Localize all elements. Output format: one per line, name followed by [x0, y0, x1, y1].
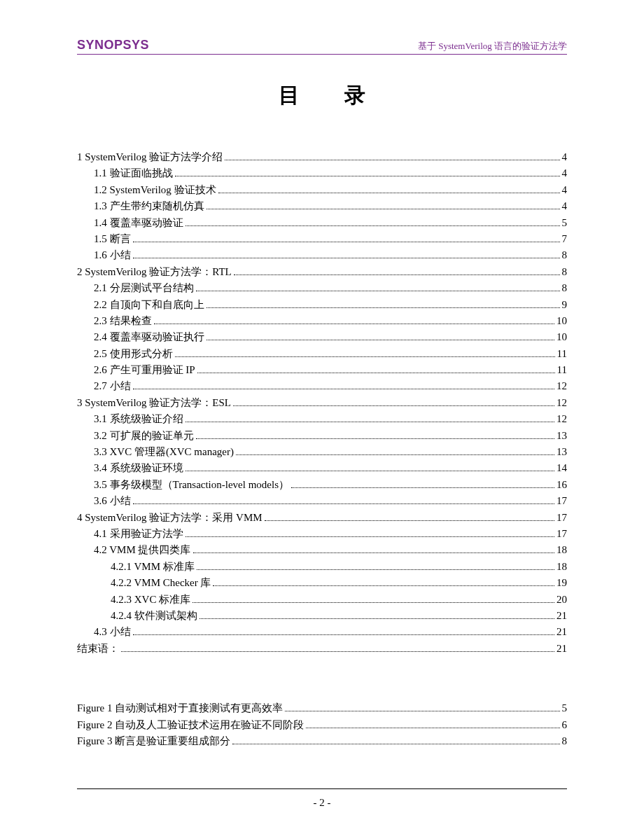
toc-entry-label: 3.5 事务级模型（Transaction-level models） [94, 477, 289, 493]
toc-entry: 2.1 分层测试平台结构 8 [77, 280, 567, 296]
toc-entry: 4.2.2 VMM Checker 库 19 [77, 575, 567, 591]
leader-dots [196, 291, 560, 291]
leader-dots [200, 618, 554, 619]
toc-entry: 4.2.3 XVC 标准库 20 [77, 592, 567, 608]
toc-entry-label: 4.2.1 VMM 标准库 [111, 559, 195, 575]
toc-entry: 1.3 产生带约束随机仿真 4 [77, 198, 567, 214]
toc-entry: 2 SystemVerilog 验证方法学：RTL 8 [77, 264, 567, 280]
toc-entry-page: 18 [556, 559, 567, 575]
toc-entry-page: 21 [556, 608, 567, 624]
toc-entry-label: 3.4 系统级验证环境 [94, 460, 183, 476]
toc-entry-page: 18 [556, 542, 567, 558]
leader-dots [121, 651, 554, 652]
leader-dots [133, 389, 555, 389]
leader-dots [133, 258, 560, 258]
toc-entry: 结束语： 21 [77, 641, 567, 657]
toc-entry-page: 14 [556, 460, 567, 476]
brand-logo: SYNOPSYS [77, 38, 149, 53]
toc-entry-label: 3 SystemVerilog 验证方法学：ESL [77, 395, 231, 411]
toc-entry-label: 1.4 覆盖率驱动验证 [94, 215, 183, 231]
toc-entry: 1.1 验证面临挑战 4 [77, 165, 567, 181]
toc-entry-label: 3.1 系统级验证介绍 [94, 411, 183, 427]
toc-entry: 1.4 覆盖率驱动验证 5 [77, 215, 567, 231]
toc-entry: 2.5 使用形式分析 11 [77, 346, 567, 362]
leader-dots [233, 405, 554, 406]
toc-entry-page: 13 [556, 444, 567, 460]
toc-entry: 3.1 系统级验证介绍 12 [77, 411, 567, 427]
toc-entry-label: 结束语： [77, 641, 119, 657]
toc-entry-label: 4.2.3 XVC 标准库 [111, 592, 190, 608]
toc-entry: 3 SystemVerilog 验证方法学：ESL 12 [77, 395, 567, 411]
leader-dots [285, 711, 559, 711]
toc-entry-label: 2.1 分层测试平台结构 [94, 280, 194, 296]
toc-entry-page: 10 [556, 329, 567, 345]
leader-dots [213, 585, 554, 586]
toc-entry-label: 4 SystemVerilog 验证方法学：采用 VMM [77, 510, 262, 526]
toc-entry-page: 17 [556, 526, 567, 542]
toc-entry-page: 8 [562, 247, 568, 263]
leader-dots [192, 602, 554, 603]
leader-dots [186, 225, 560, 226]
toc-entry: 4.2 VMM 提供四类库18 [77, 542, 567, 558]
toc-entry-page: 17 [556, 493, 567, 509]
leader-dots [306, 728, 559, 728]
toc-entry-label: 1.3 产生带约束随机仿真 [94, 198, 204, 214]
toc-entry-page: 12 [556, 378, 567, 394]
leader-dots [186, 422, 555, 422]
toc-entry-page: 8 [562, 280, 568, 296]
footer-rule [77, 788, 567, 789]
toc-list: 1 SystemVerilog 验证方法学介绍41.1 验证面临挑战 41.2 … [77, 149, 567, 657]
toc-entry-label: 4.2.4 软件测试架构 [111, 608, 197, 624]
toc-entry: 3.2 可扩展的验证单元 13 [77, 428, 567, 444]
toc-entry-label: 3.2 可扩展的验证单元 [94, 428, 194, 444]
toc-entry: 2.3 结果检查 10 [77, 313, 567, 329]
leader-dots [206, 209, 560, 209]
toc-entry-page: 7 [562, 231, 568, 247]
figures-entry: Figure 2 自动及人工验证技术运用在验证不同阶段6 [77, 717, 567, 733]
toc-entry-page: 13 [556, 428, 567, 444]
toc-entry-page: 8 [562, 264, 568, 280]
header-doc-title: 基于 SystemVerilog 语言的验证方法学 [418, 40, 567, 53]
toc-entry-label: 2.3 结果检查 [94, 313, 152, 329]
leader-dots [236, 454, 554, 455]
toc-entry: 4.2.1 VMM 标准库18 [77, 559, 567, 575]
toc-entry-label: 4.2 VMM 提供四类库 [94, 542, 191, 558]
toc-entry-label: 4.3 小结 [94, 624, 131, 640]
figures-entry-page: 8 [562, 733, 568, 749]
leader-dots [206, 340, 555, 340]
toc-entry-page: 19 [556, 575, 567, 591]
toc-entry-label: 2.7 小结 [94, 378, 131, 394]
toc-entry: 1.2 SystemVerilog 验证技术4 [77, 182, 567, 198]
toc-entry-label: 3.6 小结 [94, 493, 131, 509]
toc-entry-page: 12 [556, 395, 567, 411]
leader-dots [175, 356, 555, 357]
toc-entry-label: 2 SystemVerilog 验证方法学：RTL [77, 264, 232, 280]
figures-entry: Figure 1 自动测试相对于直接测试有更高效率 5 [77, 700, 567, 716]
leader-dots [197, 373, 555, 373]
toc-entry: 3.4 系统级验证环境 14 [77, 460, 567, 476]
leader-dots [218, 193, 560, 193]
toc-entry: 4 SystemVerilog 验证方法学：采用 VMM17 [77, 510, 567, 526]
toc-entry-label: 4.2.2 VMM Checker 库 [111, 575, 211, 591]
toc-entry: 2.6 产生可重用验证 IP11 [77, 362, 567, 378]
leader-dots [193, 552, 555, 553]
toc-entry: 1 SystemVerilog 验证方法学介绍4 [77, 149, 567, 165]
toc-entry: 2.4 覆盖率驱动验证执行 10 [77, 329, 567, 345]
toc-entry-label: 1.5 断言 [94, 231, 131, 247]
figures-entry-page: 5 [562, 700, 568, 716]
toc-entry: 4.2.4 软件测试架构 21 [77, 608, 567, 624]
toc-entry-page: 11 [557, 362, 567, 378]
leader-dots [175, 176, 560, 176]
toc-entry: 1.5 断言 7 [77, 231, 567, 247]
toc-entry-page: 4 [562, 165, 568, 181]
leader-dots [234, 274, 560, 275]
leader-dots [154, 324, 555, 324]
leader-dots [206, 307, 560, 308]
toc-entry-page: 5 [562, 215, 568, 231]
toc-entry: 3.5 事务级模型（Transaction-level models） 16 [77, 477, 567, 493]
page-number: - 2 - [0, 797, 644, 809]
toc-entry: 2.2 自顶向下和自底向上 9 [77, 297, 567, 313]
leader-dots [197, 569, 554, 570]
toc-entry: 3.6 小结 17 [77, 493, 567, 509]
toc-entry-page: 9 [562, 297, 568, 313]
